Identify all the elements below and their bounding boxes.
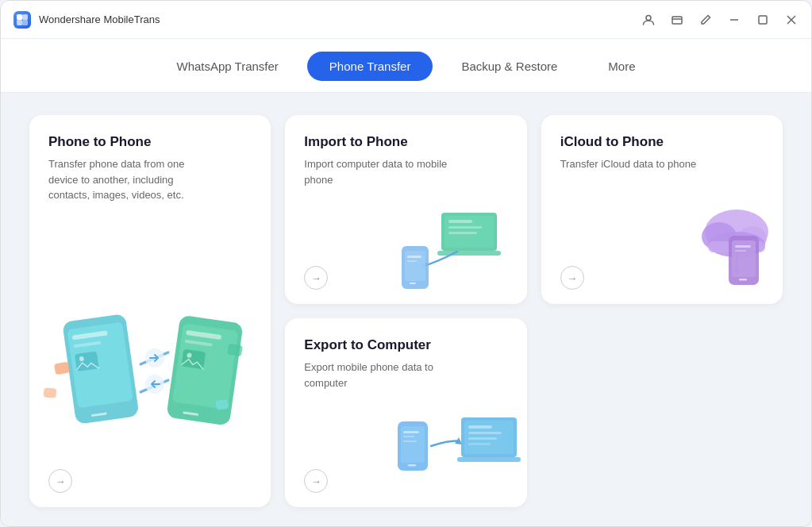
close-icon[interactable] [784,13,799,27]
svg-rect-66 [468,437,497,440]
svg-rect-53 [735,250,746,252]
svg-rect-35 [448,226,482,229]
card-import-to-phone[interactable]: Import to Phone Import computer data to … [285,115,526,304]
tab-more[interactable]: More [586,52,657,81]
card-import-to-phone-arrow[interactable]: → [304,266,328,290]
card-icloud-to-phone-arrow[interactable]: → [560,266,584,290]
svg-rect-40 [410,283,416,284]
title-bar-controls [641,13,799,27]
svg-rect-39 [405,251,425,281]
svg-rect-41 [407,256,421,258]
svg-rect-34 [448,220,472,223]
card-export-to-computer[interactable]: Export to Computer Export mobile phone d… [285,318,526,507]
tab-backup-restore[interactable]: Backup & Restore [439,52,579,81]
card-icloud-to-phone-desc: Transfer iCloud data to phone [560,156,719,172]
svg-rect-57 [403,431,419,433]
svg-rect-67 [468,443,491,445]
card-import-to-phone-title: Import to Phone [304,134,507,150]
svg-rect-36 [448,232,477,234]
tab-whatsapp-transfer[interactable]: WhatsApp Transfer [154,52,300,81]
card-export-to-computer-desc: Export mobile phone data to computer [304,360,463,390]
card-phone-to-phone-arrow[interactable]: → [48,469,72,493]
card-import-to-phone-desc: Import computer data to mobile phone [304,156,463,187]
card-phone-to-phone-title: Phone to Phone [48,134,252,150]
import-to-phone-illustration [394,202,521,298]
card-phone-to-phone[interactable]: Phone to Phone Transfer phone data from … [29,115,271,507]
card-export-to-computer-title: Export to Computer [304,337,507,353]
card-icloud-to-phone[interactable]: iCloud to Phone Transfer iCloud data to … [541,115,783,304]
main-content: Phone to Phone Transfer phone data from … [1,93,811,526]
card-export-to-computer-arrow[interactable]: → [304,469,328,493]
svg-rect-59 [403,440,417,442]
minimize-icon[interactable] [727,13,741,27]
svg-rect-18 [54,362,70,375]
account-icon[interactable] [641,13,656,27]
svg-rect-56 [408,464,416,467]
svg-rect-27 [181,349,206,370]
export-to-computer-illustration [390,410,521,501]
svg-rect-30 [215,399,229,410]
svg-rect-8 [759,16,767,24]
svg-rect-42 [407,260,417,262]
title-bar: Wondershare MobileTrans [1,1,811,39]
edit-icon[interactable] [698,13,713,27]
svg-rect-5 [672,17,682,24]
card-icloud-to-phone-title: iCloud to Phone [560,134,764,150]
svg-rect-3 [22,20,28,25]
svg-rect-64 [468,425,492,429]
window-icon[interactable] [670,13,684,27]
app-logo [13,11,31,29]
svg-rect-52 [735,245,751,248]
svg-rect-2 [17,20,22,25]
card-phone-to-phone-desc: Transfer phone data from one device to a… [48,156,207,203]
icloud-to-phone-illustration [653,202,776,298]
svg-rect-63 [457,457,521,462]
svg-rect-51 [739,279,747,281]
title-bar-left: Wondershare MobileTrans [13,11,160,29]
tab-phone-transfer[interactable]: Phone Transfer [307,52,433,81]
svg-rect-58 [403,436,414,437]
app-title: Wondershare MobileTrans [39,13,160,25]
phone-to-phone-illustration [37,293,267,467]
nav-bar: WhatsApp Transfer Phone Transfer Backup … [1,39,811,93]
svg-rect-0 [17,14,22,20]
restore-icon[interactable] [756,13,770,27]
svg-rect-33 [437,251,501,256]
svg-rect-1 [22,14,28,20]
svg-rect-19 [44,387,57,398]
svg-point-4 [646,15,651,20]
svg-rect-65 [468,432,502,434]
